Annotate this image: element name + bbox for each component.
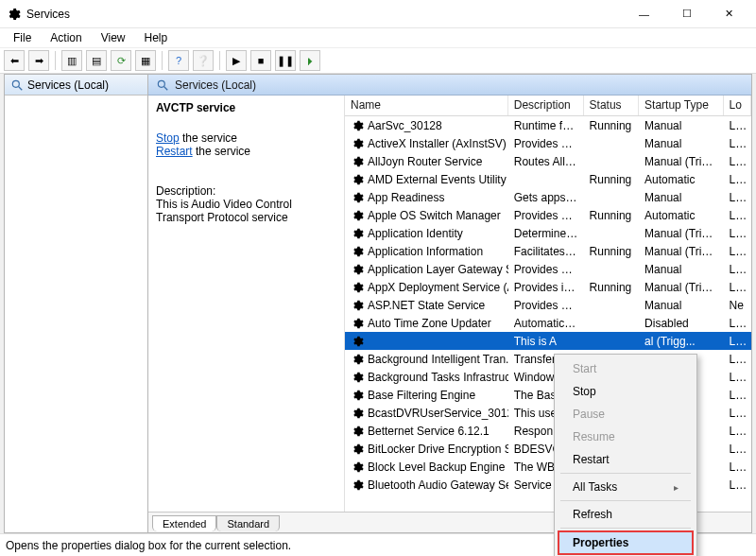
service-startup: Manual (Trigg...: [639, 155, 723, 168]
tree-root-label: Services (Local): [27, 78, 109, 92]
restart-service-link[interactable]: Restart: [156, 145, 193, 158]
ctx-pause[interactable]: Pause: [558, 403, 694, 426]
service-name: Application Identity: [368, 227, 463, 240]
service-logon: Loc: [724, 155, 751, 168]
service-name: BitLocker Drive Encryption S...: [368, 443, 508, 456]
service-logon: Loc: [724, 371, 751, 384]
ctx-all-tasks[interactable]: All Tasks ▸: [558, 476, 694, 498]
maximize-button[interactable]: ☐: [665, 0, 708, 28]
col-startup[interactable]: Startup Type: [639, 96, 723, 115]
gear-icon: [351, 353, 364, 366]
help2-button[interactable]: ❔: [193, 50, 214, 71]
ctx-restart[interactable]: Restart: [558, 448, 694, 471]
service-description: Provides sup...: [508, 299, 584, 312]
menu-action[interactable]: Action: [43, 29, 89, 46]
service-row[interactable]: This is Aal (Trigg...Loc: [345, 332, 751, 350]
service-logon: Loc: [724, 119, 751, 132]
service-logon: Loc: [724, 460, 751, 474]
start-svc-button[interactable]: ▶: [226, 50, 247, 71]
list-header-label: Services (Local): [175, 78, 256, 92]
show-hide-tree-button[interactable]: ▥: [61, 50, 82, 71]
service-row[interactable]: ActiveX Installer (AxInstSV)Provides Use…: [345, 134, 751, 152]
service-row[interactable]: AarSvc_30128Runtime for ...RunningManual…: [345, 116, 751, 134]
service-row[interactable]: App ReadinessGets apps re...ManualLoc: [345, 188, 751, 206]
service-name: ActiveX Installer (AxInstSV): [368, 137, 507, 150]
tree-header[interactable]: Services (Local): [5, 75, 147, 96]
service-name: Base Filtering Engine: [368, 389, 475, 402]
service-row[interactable]: Application IdentityDetermines ...Manual…: [345, 224, 751, 242]
tab-standard[interactable]: Standard: [216, 515, 280, 531]
service-startup: Disabled: [639, 317, 723, 330]
gear-icon: [351, 119, 364, 132]
service-row[interactable]: AllJoyn Router ServiceRoutes AllJo...Man…: [345, 152, 751, 170]
col-description[interactable]: Description: [508, 96, 584, 115]
service-name: Application Information: [368, 245, 483, 258]
properties-button[interactable]: ▦: [135, 50, 156, 71]
service-logon: Loc: [724, 407, 751, 420]
tab-extended[interactable]: Extended: [152, 515, 216, 531]
col-logon[interactable]: Lo: [724, 96, 751, 115]
pause-svc-button[interactable]: ❚❚: [275, 50, 296, 71]
service-description: Provides sup...: [508, 263, 584, 276]
description-text: This is Audio Video Control Transport Pr…: [156, 198, 336, 224]
ctx-stop[interactable]: Stop: [558, 380, 694, 403]
refresh-button[interactable]: ⟳: [111, 50, 131, 71]
stop-svc-button[interactable]: ■: [250, 50, 271, 71]
back-button[interactable]: ⬅: [4, 50, 25, 71]
menu-view[interactable]: View: [94, 29, 133, 46]
col-name[interactable]: Name: [345, 96, 508, 115]
gear-icon: [351, 173, 364, 186]
service-row[interactable]: AMD External Events UtilityRunningAutoma…: [345, 170, 751, 188]
service-logon: Loc: [724, 478, 751, 492]
service-logon: Loc: [724, 263, 751, 276]
ctx-sep-1: [560, 473, 691, 474]
gear-icon: [351, 460, 364, 474]
stop-service-link[interactable]: Stop: [156, 131, 180, 145]
service-description: Gets apps re...: [508, 191, 584, 204]
service-description: Provides infr...: [508, 281, 584, 294]
ctx-resume[interactable]: Resume: [558, 426, 694, 448]
gear-icon: [351, 209, 364, 222]
service-name: Background Intelligent Tran...: [368, 353, 508, 366]
ctx-refresh[interactable]: Refresh: [558, 503, 694, 526]
service-name: Bluetooth Audio Gateway Se...: [368, 478, 508, 492]
service-row[interactable]: AppX Deployment Service (A...Provides in…: [345, 278, 751, 296]
app-icon: [6, 7, 21, 22]
menu-file[interactable]: File: [6, 29, 39, 46]
service-row[interactable]: Auto Time Zone UpdaterAutomaticall...Dis…: [345, 314, 751, 332]
menu-help[interactable]: Help: [137, 29, 176, 46]
service-name: Auto Time Zone Updater: [368, 317, 491, 330]
service-name: AMD External Events Utility: [368, 173, 507, 186]
service-status: Running: [584, 281, 639, 294]
ctx-properties[interactable]: Properties: [558, 530, 694, 555]
forward-button[interactable]: ➡: [28, 50, 49, 71]
minimize-button[interactable]: —: [623, 0, 665, 28]
service-name: Block Level Backup Engine S...: [368, 460, 508, 474]
restart-svc-button[interactable]: ⏵: [300, 50, 320, 71]
service-description: Automaticall...: [508, 317, 584, 330]
service-row[interactable]: Application Layer Gateway S...Provides s…: [345, 260, 751, 278]
window-title: Services: [26, 8, 70, 21]
service-row[interactable]: Apple OS Switch ManagerProvides sup...Ru…: [345, 206, 751, 224]
detail-service-name: AVCTP service: [156, 101, 336, 114]
services-icon: [156, 78, 169, 92]
help-button[interactable]: ?: [168, 50, 189, 71]
service-name: ASP.NET State Service: [368, 299, 485, 312]
export-list-button[interactable]: ▤: [86, 50, 107, 71]
service-logon: Loc: [724, 137, 751, 150]
close-button[interactable]: ✕: [708, 0, 750, 28]
service-row[interactable]: Application InformationFacilitates th...…: [345, 242, 751, 260]
gear-icon: [351, 137, 364, 150]
service-name: Background Tasks Infrastruc...: [368, 371, 508, 384]
service-row[interactable]: ASP.NET State ServiceProvides sup...Manu…: [345, 296, 751, 314]
ctx-start[interactable]: Start: [558, 357, 694, 380]
service-startup: Manual: [639, 119, 723, 132]
statusbar-text: Opens the properties dialog box for the …: [6, 539, 291, 552]
service-logon: Loc: [724, 443, 751, 456]
description-label: Description:: [156, 184, 336, 198]
toolbar: ⬅ ➡ ▥ ▤ ⟳ ▦ ? ❔ ▶ ■ ❚❚ ⏵: [0, 47, 756, 74]
service-logon: Loc: [724, 245, 751, 258]
gear-icon: [351, 335, 364, 348]
col-status[interactable]: Status: [584, 96, 640, 115]
tree-pane: Services (Local): [5, 75, 148, 532]
